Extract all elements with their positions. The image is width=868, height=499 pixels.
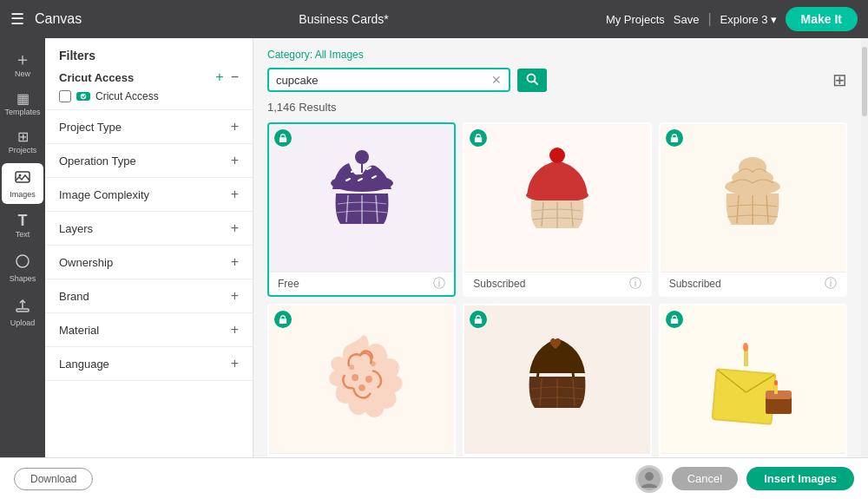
explore-button[interactable]: Explore 3 ▾ xyxy=(720,13,777,26)
svg-point-21 xyxy=(526,188,589,202)
image-card-6[interactable] xyxy=(659,304,847,457)
card-badge-5 xyxy=(470,311,487,328)
image-grid: Free ⓘ xyxy=(267,122,847,457)
search-input-wrapper: ✕ xyxy=(267,68,510,92)
image-card-1[interactable]: Free ⓘ xyxy=(267,122,456,297)
svg-point-36 xyxy=(349,364,354,370)
image-card-inner-2 xyxy=(464,124,649,272)
svg-point-54 xyxy=(645,472,654,481)
svg-point-9 xyxy=(355,150,369,164)
new-icon: ＋ xyxy=(14,50,31,68)
filter-panel: Filters Cricut Access + − Cricut Access … xyxy=(45,38,253,457)
image-card-inner-4 xyxy=(269,305,454,453)
sidebar-item-projects[interactable]: ⊞ Projects xyxy=(2,125,43,160)
filter-section-operation-type[interactable]: Operation Type + xyxy=(45,144,253,178)
info-icon-3[interactable]: ⓘ xyxy=(825,276,837,292)
sidebar-item-upload[interactable]: Upload xyxy=(2,292,43,332)
make-it-button[interactable]: Make It xyxy=(786,7,858,31)
download-button[interactable]: Download xyxy=(14,468,93,490)
cupcake-red-svg xyxy=(505,141,609,254)
card-footer-6 xyxy=(661,453,845,457)
svg-point-35 xyxy=(358,384,365,391)
filter-section-ownership[interactable]: Ownership + xyxy=(45,246,253,279)
card-footer-1: Free ⓘ xyxy=(269,272,454,295)
cricut-badge xyxy=(76,92,90,101)
insert-images-button[interactable]: Insert Images xyxy=(746,467,854,490)
menu-icon[interactable]: ☰ xyxy=(10,10,24,29)
card-label-2: Subscribed xyxy=(473,278,525,290)
app-header: ☰ Canvas Business Cards* My Projects Sav… xyxy=(0,0,868,38)
save-button[interactable]: Save xyxy=(674,13,700,26)
svg-rect-25 xyxy=(670,137,677,142)
cupcake-beige-svg xyxy=(700,141,805,254)
svg-line-11 xyxy=(352,170,355,172)
info-icon-2[interactable]: ⓘ xyxy=(629,276,641,292)
card-footer-2: Subscribed ⓘ xyxy=(464,272,649,295)
cricut-access-section: Cricut Access + − Cricut Access xyxy=(45,69,253,110)
sidebar-item-templates[interactable]: ▦ Templates xyxy=(2,87,43,121)
search-go-button[interactable] xyxy=(517,69,547,92)
image-card-2[interactable]: Subscribed ⓘ xyxy=(463,122,651,297)
image-card-3[interactable]: Subscribed ⓘ xyxy=(659,122,847,297)
info-icon-1[interactable]: ⓘ xyxy=(433,276,445,292)
svg-line-6 xyxy=(535,81,538,84)
image-card-5[interactable] xyxy=(463,304,651,457)
scrollbar-thumb[interactable] xyxy=(862,47,867,116)
svg-point-33 xyxy=(352,374,358,381)
card-badge-3 xyxy=(666,129,683,147)
svg-rect-46 xyxy=(713,370,775,423)
icon-sidebar: ＋ New ▦ Templates ⊞ Projects Images T Te… xyxy=(0,38,45,457)
cricut-access-add-icon[interactable]: + xyxy=(215,69,223,85)
filter-section-material[interactable]: Material + xyxy=(45,313,253,347)
main-layout: ＋ New ▦ Templates ⊞ Projects Images T Te… xyxy=(0,38,868,457)
svg-rect-3 xyxy=(16,309,29,312)
sidebar-item-shapes[interactable]: Shapes xyxy=(2,247,43,288)
card-label-1: Free xyxy=(278,278,299,290)
project-name: Business Cards* xyxy=(92,12,595,26)
clear-search-icon[interactable]: ✕ xyxy=(491,73,502,87)
image-card-4[interactable] xyxy=(267,304,456,457)
svg-point-37 xyxy=(371,361,376,366)
svg-rect-50 xyxy=(766,391,792,399)
grid-view-icon[interactable]: ⊞ xyxy=(832,69,847,90)
floral-orange-svg xyxy=(310,319,414,439)
cricut-access-actions: + − xyxy=(215,69,239,85)
cupcake-purple-svg xyxy=(310,141,414,254)
bottom-bar: Download Cancel Insert Images xyxy=(0,457,868,499)
filter-section-project-type[interactable]: Project Type + xyxy=(45,110,253,144)
plus-icon-operation-type: + xyxy=(231,153,239,168)
svg-rect-38 xyxy=(475,318,482,324)
diamond-yellow-svg xyxy=(696,323,809,436)
filter-section-brand[interactable]: Brand + xyxy=(45,279,253,313)
filter-section-layers[interactable]: Layers + xyxy=(45,212,253,246)
header-actions: My Projects Save | Explore 3 ▾ Make It xyxy=(606,7,858,31)
sidebar-item-new[interactable]: ＋ New xyxy=(2,45,43,83)
svg-point-34 xyxy=(365,376,372,383)
sidebar-item-text[interactable]: T Text xyxy=(2,207,43,244)
filter-section-language[interactable]: Language + xyxy=(45,347,253,381)
svg-rect-32 xyxy=(279,318,286,324)
plus-icon-layers: + xyxy=(231,220,239,236)
cancel-button[interactable]: Cancel xyxy=(672,467,738,490)
plus-icon-language: + xyxy=(231,356,239,371)
upload-icon xyxy=(14,297,31,317)
filter-section-image-complexity[interactable]: Image Complexity + xyxy=(45,178,253,212)
card-badge-1 xyxy=(274,129,292,147)
card-footer-4 xyxy=(269,453,454,457)
cricut-access-minus-icon[interactable]: − xyxy=(231,69,239,85)
results-count: 1,146 Results xyxy=(267,101,847,114)
image-card-inner-3 xyxy=(661,124,845,272)
my-projects-button[interactable]: My Projects xyxy=(606,13,665,26)
svg-point-44 xyxy=(743,343,748,351)
search-input[interactable] xyxy=(276,74,486,87)
plus-icon-material: + xyxy=(231,322,239,338)
plus-icon-image-complexity: + xyxy=(231,187,239,202)
sidebar-item-images[interactable]: Images xyxy=(2,163,43,204)
svg-rect-43 xyxy=(744,349,748,366)
bottom-right-actions: Cancel Insert Images xyxy=(635,465,854,493)
cricut-access-checkbox[interactable] xyxy=(59,90,71,102)
user-avatar xyxy=(635,465,663,493)
scrollbar-track[interactable] xyxy=(861,38,868,457)
svg-rect-42 xyxy=(670,318,677,324)
plus-icon-ownership: + xyxy=(231,254,239,270)
